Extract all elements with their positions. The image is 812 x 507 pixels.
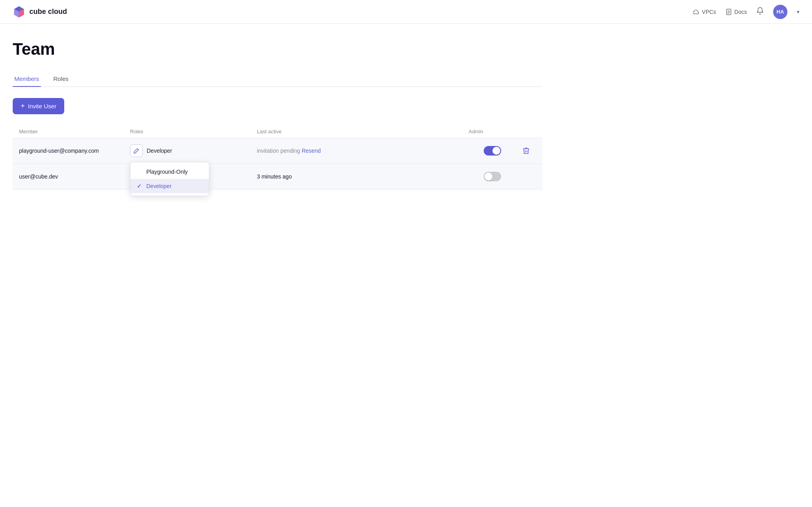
col-admin: Admin: [469, 129, 516, 134]
dropdown-option-playground[interactable]: Playground-Only: [130, 165, 209, 179]
tabs-bar: Members Roles: [13, 71, 542, 87]
svg-rect-5: [726, 9, 731, 14]
col-member: Member: [19, 129, 130, 134]
cloud-icon: [693, 9, 699, 15]
invite-user-label: Invite User: [28, 103, 57, 109]
admin-toggle-1[interactable]: [484, 146, 501, 156]
plus-icon: +: [21, 102, 25, 110]
logo-area[interactable]: cube cloud: [13, 6, 67, 18]
admin-toggle-wrap-1: [469, 146, 516, 156]
table-header-row: Member Roles Last active Admin: [13, 125, 542, 138]
col-actions: [516, 129, 536, 134]
role-dropdown: Playground-Only ✓ Developer: [130, 162, 209, 196]
page-title: Team: [13, 40, 542, 59]
col-roles: Roles: [130, 129, 257, 134]
toggle-thumb-1: [492, 147, 500, 155]
resend-link[interactable]: Resend: [302, 148, 321, 154]
delete-cell-1: [516, 146, 536, 156]
tab-members[interactable]: Members: [13, 71, 41, 87]
pending-text: invitation pending: [257, 148, 300, 154]
avatar[interactable]: HA: [773, 5, 787, 19]
member-email-2: user@cube.dev: [19, 173, 130, 180]
logo-text: cube cloud: [29, 8, 67, 16]
check-icon: ✓: [137, 183, 143, 189]
notifications-icon[interactable]: [756, 7, 764, 16]
docs-label: Docs: [734, 9, 747, 15]
last-active-2: 3 minutes ago: [257, 173, 469, 180]
docs-nav-item[interactable]: Docs: [726, 9, 747, 15]
last-active-1: invitation pending Resend: [257, 148, 469, 154]
table-row: user@cube.dev Developer 3 minutes ago: [13, 163, 542, 190]
invite-user-button[interactable]: + Invite User: [13, 98, 64, 114]
main-content: Team Members Roles + Invite User Member …: [0, 24, 555, 205]
role-label-1: Developer: [147, 148, 172, 154]
vpcs-label: VPCs: [702, 9, 716, 15]
vpcs-nav-item[interactable]: VPCs: [693, 9, 716, 15]
delete-button-1[interactable]: [521, 146, 531, 156]
trash-icon: [523, 147, 529, 154]
tab-roles[interactable]: Roles: [52, 71, 70, 87]
toggle-thumb-2: [485, 173, 492, 181]
role-edit-button-1[interactable]: [130, 144, 143, 157]
role-cell-1: Developer Playground-Only ✓ Developer: [130, 144, 257, 157]
header-nav: VPCs Docs HA ▾: [693, 5, 799, 19]
col-last-active: Last active: [257, 129, 469, 134]
table-row: playground-user@company.com Developer Pl…: [13, 138, 542, 163]
members-table: Member Roles Last active Admin playgroun…: [13, 125, 542, 190]
dropdown-option-label-playground: Playground-Only: [146, 169, 188, 175]
member-email-1: playground-user@company.com: [19, 148, 130, 154]
last-active-text-2: 3 minutes ago: [257, 173, 292, 180]
avatar-dropdown-chevron[interactable]: ▾: [797, 9, 799, 15]
logo-icon: [13, 6, 25, 18]
dropdown-option-label-developer: Developer: [146, 183, 172, 189]
docs-icon: [726, 9, 732, 15]
admin-toggle-wrap-2: [469, 172, 516, 181]
edit-icon: [134, 148, 139, 154]
dropdown-option-developer[interactable]: ✓ Developer: [130, 179, 209, 193]
admin-toggle-2[interactable]: [484, 172, 501, 181]
app-header: cube cloud VPCs Docs HA ▾: [0, 0, 812, 24]
